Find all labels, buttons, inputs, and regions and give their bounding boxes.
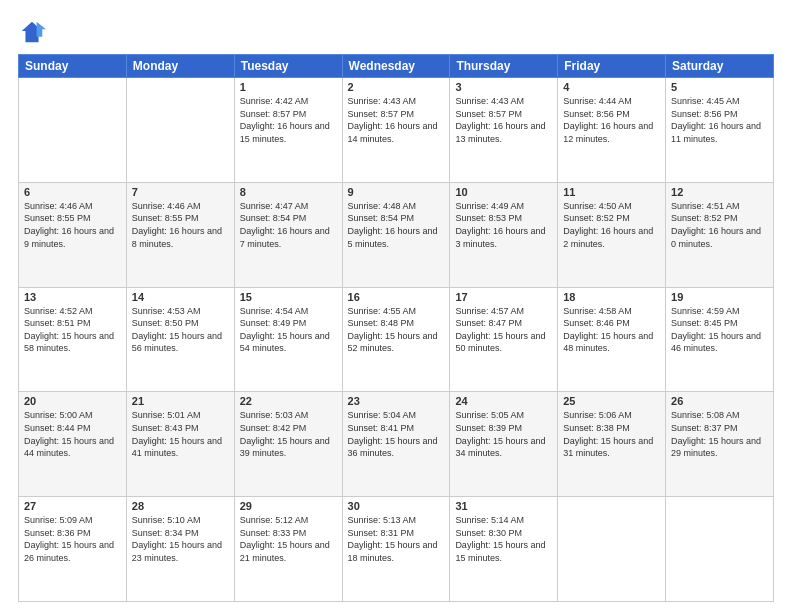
day-info: Sunrise: 5:00 AM Sunset: 8:44 PM Dayligh… — [24, 409, 121, 459]
day-number: 3 — [455, 81, 552, 93]
calendar-cell: 18Sunrise: 4:58 AM Sunset: 8:46 PM Dayli… — [558, 287, 666, 392]
day-number: 2 — [348, 81, 445, 93]
day-number: 11 — [563, 186, 660, 198]
calendar-week-2: 6Sunrise: 4:46 AM Sunset: 8:55 PM Daylig… — [19, 182, 774, 287]
day-number: 5 — [671, 81, 768, 93]
day-info: Sunrise: 4:46 AM Sunset: 8:55 PM Dayligh… — [132, 200, 229, 250]
day-info: Sunrise: 5:14 AM Sunset: 8:30 PM Dayligh… — [455, 514, 552, 564]
day-info: Sunrise: 4:57 AM Sunset: 8:47 PM Dayligh… — [455, 305, 552, 355]
logo-icon — [18, 18, 46, 46]
logo — [18, 18, 50, 46]
day-number: 7 — [132, 186, 229, 198]
day-info: Sunrise: 5:06 AM Sunset: 8:38 PM Dayligh… — [563, 409, 660, 459]
calendar-week-3: 13Sunrise: 4:52 AM Sunset: 8:51 PM Dayli… — [19, 287, 774, 392]
calendar-cell: 13Sunrise: 4:52 AM Sunset: 8:51 PM Dayli… — [19, 287, 127, 392]
calendar-cell: 14Sunrise: 4:53 AM Sunset: 8:50 PM Dayli… — [126, 287, 234, 392]
day-info: Sunrise: 4:51 AM Sunset: 8:52 PM Dayligh… — [671, 200, 768, 250]
day-info: Sunrise: 4:59 AM Sunset: 8:45 PM Dayligh… — [671, 305, 768, 355]
day-header-wednesday: Wednesday — [342, 55, 450, 78]
calendar-table: SundayMondayTuesdayWednesdayThursdayFrid… — [18, 54, 774, 602]
day-number: 20 — [24, 395, 121, 407]
svg-marker-1 — [37, 22, 46, 37]
day-info: Sunrise: 4:42 AM Sunset: 8:57 PM Dayligh… — [240, 95, 337, 145]
day-info: Sunrise: 5:05 AM Sunset: 8:39 PM Dayligh… — [455, 409, 552, 459]
day-number: 13 — [24, 291, 121, 303]
day-info: Sunrise: 4:44 AM Sunset: 8:56 PM Dayligh… — [563, 95, 660, 145]
day-number: 21 — [132, 395, 229, 407]
day-info: Sunrise: 5:03 AM Sunset: 8:42 PM Dayligh… — [240, 409, 337, 459]
page: SundayMondayTuesdayWednesdayThursdayFrid… — [0, 0, 792, 612]
day-number: 27 — [24, 500, 121, 512]
day-info: Sunrise: 5:04 AM Sunset: 8:41 PM Dayligh… — [348, 409, 445, 459]
day-number: 23 — [348, 395, 445, 407]
calendar-cell: 9Sunrise: 4:48 AM Sunset: 8:54 PM Daylig… — [342, 182, 450, 287]
day-info: Sunrise: 4:46 AM Sunset: 8:55 PM Dayligh… — [24, 200, 121, 250]
calendar-cell: 24Sunrise: 5:05 AM Sunset: 8:39 PM Dayli… — [450, 392, 558, 497]
day-info: Sunrise: 4:54 AM Sunset: 8:49 PM Dayligh… — [240, 305, 337, 355]
day-number: 4 — [563, 81, 660, 93]
day-info: Sunrise: 4:43 AM Sunset: 8:57 PM Dayligh… — [348, 95, 445, 145]
day-number: 24 — [455, 395, 552, 407]
day-info: Sunrise: 4:58 AM Sunset: 8:46 PM Dayligh… — [563, 305, 660, 355]
day-header-sunday: Sunday — [19, 55, 127, 78]
day-header-saturday: Saturday — [666, 55, 774, 78]
calendar-cell: 25Sunrise: 5:06 AM Sunset: 8:38 PM Dayli… — [558, 392, 666, 497]
header — [18, 18, 774, 46]
calendar-cell — [19, 78, 127, 183]
calendar-cell: 20Sunrise: 5:00 AM Sunset: 8:44 PM Dayli… — [19, 392, 127, 497]
calendar-cell — [558, 497, 666, 602]
day-number: 29 — [240, 500, 337, 512]
calendar-cell — [126, 78, 234, 183]
day-number: 15 — [240, 291, 337, 303]
day-info: Sunrise: 4:49 AM Sunset: 8:53 PM Dayligh… — [455, 200, 552, 250]
day-number: 22 — [240, 395, 337, 407]
calendar-week-1: 1Sunrise: 4:42 AM Sunset: 8:57 PM Daylig… — [19, 78, 774, 183]
calendar-cell: 1Sunrise: 4:42 AM Sunset: 8:57 PM Daylig… — [234, 78, 342, 183]
calendar-cell: 17Sunrise: 4:57 AM Sunset: 8:47 PM Dayli… — [450, 287, 558, 392]
calendar-cell: 10Sunrise: 4:49 AM Sunset: 8:53 PM Dayli… — [450, 182, 558, 287]
day-number: 31 — [455, 500, 552, 512]
day-info: Sunrise: 5:08 AM Sunset: 8:37 PM Dayligh… — [671, 409, 768, 459]
day-info: Sunrise: 4:50 AM Sunset: 8:52 PM Dayligh… — [563, 200, 660, 250]
day-info: Sunrise: 4:52 AM Sunset: 8:51 PM Dayligh… — [24, 305, 121, 355]
day-info: Sunrise: 4:47 AM Sunset: 8:54 PM Dayligh… — [240, 200, 337, 250]
day-info: Sunrise: 5:01 AM Sunset: 8:43 PM Dayligh… — [132, 409, 229, 459]
calendar-cell: 8Sunrise: 4:47 AM Sunset: 8:54 PM Daylig… — [234, 182, 342, 287]
calendar-header-row: SundayMondayTuesdayWednesdayThursdayFrid… — [19, 55, 774, 78]
calendar-cell: 19Sunrise: 4:59 AM Sunset: 8:45 PM Dayli… — [666, 287, 774, 392]
calendar-cell: 23Sunrise: 5:04 AM Sunset: 8:41 PM Dayli… — [342, 392, 450, 497]
day-number: 30 — [348, 500, 445, 512]
calendar-cell: 15Sunrise: 4:54 AM Sunset: 8:49 PM Dayli… — [234, 287, 342, 392]
day-info: Sunrise: 5:09 AM Sunset: 8:36 PM Dayligh… — [24, 514, 121, 564]
day-header-friday: Friday — [558, 55, 666, 78]
calendar-cell: 30Sunrise: 5:13 AM Sunset: 8:31 PM Dayli… — [342, 497, 450, 602]
day-info: Sunrise: 4:53 AM Sunset: 8:50 PM Dayligh… — [132, 305, 229, 355]
day-number: 17 — [455, 291, 552, 303]
day-info: Sunrise: 5:12 AM Sunset: 8:33 PM Dayligh… — [240, 514, 337, 564]
day-number: 1 — [240, 81, 337, 93]
calendar-cell: 27Sunrise: 5:09 AM Sunset: 8:36 PM Dayli… — [19, 497, 127, 602]
day-info: Sunrise: 4:48 AM Sunset: 8:54 PM Dayligh… — [348, 200, 445, 250]
day-info: Sunrise: 4:55 AM Sunset: 8:48 PM Dayligh… — [348, 305, 445, 355]
calendar-cell: 11Sunrise: 4:50 AM Sunset: 8:52 PM Dayli… — [558, 182, 666, 287]
calendar-cell: 5Sunrise: 4:45 AM Sunset: 8:56 PM Daylig… — [666, 78, 774, 183]
calendar-cell: 3Sunrise: 4:43 AM Sunset: 8:57 PM Daylig… — [450, 78, 558, 183]
calendar-cell: 29Sunrise: 5:12 AM Sunset: 8:33 PM Dayli… — [234, 497, 342, 602]
day-header-tuesday: Tuesday — [234, 55, 342, 78]
calendar-cell: 2Sunrise: 4:43 AM Sunset: 8:57 PM Daylig… — [342, 78, 450, 183]
calendar-cell: 26Sunrise: 5:08 AM Sunset: 8:37 PM Dayli… — [666, 392, 774, 497]
day-number: 14 — [132, 291, 229, 303]
day-info: Sunrise: 4:43 AM Sunset: 8:57 PM Dayligh… — [455, 95, 552, 145]
day-number: 8 — [240, 186, 337, 198]
day-number: 16 — [348, 291, 445, 303]
calendar-cell: 16Sunrise: 4:55 AM Sunset: 8:48 PM Dayli… — [342, 287, 450, 392]
calendar-cell: 6Sunrise: 4:46 AM Sunset: 8:55 PM Daylig… — [19, 182, 127, 287]
day-number: 10 — [455, 186, 552, 198]
calendar-cell: 22Sunrise: 5:03 AM Sunset: 8:42 PM Dayli… — [234, 392, 342, 497]
day-number: 28 — [132, 500, 229, 512]
calendar-week-5: 27Sunrise: 5:09 AM Sunset: 8:36 PM Dayli… — [19, 497, 774, 602]
calendar-cell: 4Sunrise: 4:44 AM Sunset: 8:56 PM Daylig… — [558, 78, 666, 183]
calendar-cell — [666, 497, 774, 602]
calendar-cell: 31Sunrise: 5:14 AM Sunset: 8:30 PM Dayli… — [450, 497, 558, 602]
day-info: Sunrise: 5:13 AM Sunset: 8:31 PM Dayligh… — [348, 514, 445, 564]
